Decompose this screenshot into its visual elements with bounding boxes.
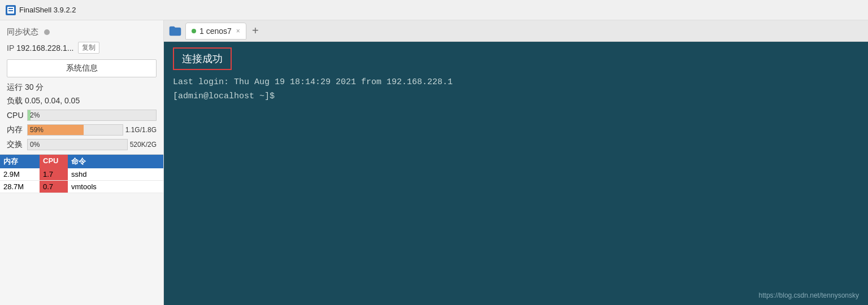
watermark: https://blog.csdn.net/tennysonsky [759,291,859,299]
tab-active-dot [192,29,196,33]
swap-bar-row: 交换 0% 520K/2G [0,137,163,152]
mem-bar-row: 内存 59% 1.1G/1.8G [0,123,163,137]
tab-close-button[interactable]: × [236,27,240,35]
proc-mem-2: 28.7M [0,181,40,193]
cpu-bar: 2% [27,110,157,121]
swap-detail: 520K/2G [130,141,157,149]
copy-button[interactable]: 复制 [78,42,99,54]
load-label: 负载 [7,96,23,105]
proc-cmd-2: vmtools [68,181,163,193]
tab-label: 1 cenos7 [199,27,232,36]
uptime-row: 运行 30 分 [0,81,163,94]
cpu-bar-row: CPU 2% [0,108,163,123]
app-title: FinalShell 3.9.2.2 [19,6,76,14]
proc-header-cpu: CPU [40,155,68,168]
table-row: 2.9M 1.7 sshd [0,168,163,181]
sync-label: 同步状态 [7,27,38,37]
svg-rect-1 [8,8,13,9]
process-table: 内存 CPU 命令 2.9M 1.7 sshd 28.7M 0.7 vmtool… [0,154,163,193]
connection-success-text: 连接成功 [182,53,223,64]
titlebar: FinalShell 3.9.2.2 [0,0,868,20]
mem-bar: 59% [27,124,123,136]
table-row: 28.7M 0.7 vmtools [0,181,163,193]
sidebar: 同步状态 IP 192.168.228.1... 复制 系统信息 运行 30 分… [0,20,164,305]
proc-cmd-1: sshd [68,168,163,180]
proc-cpu-2: 0.7 [40,181,68,193]
new-tab-button[interactable]: + [248,23,263,39]
mem-label: 内存 [7,125,27,135]
proc-table-header: 内存 CPU 命令 [0,155,163,168]
swap-label: 交换 [7,140,27,150]
mem-percent: 59% [30,126,44,134]
app-icon [6,5,16,15]
swap-percent: 0% [30,141,40,149]
proc-cpu-1: 1.7 [40,168,68,180]
sysinfo-button[interactable]: 系统信息 [7,59,157,77]
tabbar: 1 cenos7 × + [164,20,868,42]
load-value: 0.05, 0.04, 0.05 [25,96,80,105]
last-login-text: Last login: Thu Aug 19 18:14:29 2021 fro… [173,76,859,89]
load-row: 负载 0.05, 0.04, 0.05 [0,94,163,108]
cpu-percent: 2% [30,111,40,119]
proc-mem-1: 2.9M [0,168,40,180]
uptime-label: 运行 [7,82,23,91]
swap-bar: 0% [27,139,128,150]
ip-label: IP [7,43,14,53]
sync-status-row: 同步状态 [0,25,163,40]
folder-icon[interactable] [167,23,183,39]
svg-rect-2 [8,10,13,11]
proc-header-mem: 内存 [0,155,40,168]
uptime-value: 30 分 [25,82,44,91]
terminal-area: 1 cenos7 × + 连接成功 Last login: Thu Aug 19… [164,20,868,305]
sync-dot [44,29,50,35]
terminal-tab[interactable]: 1 cenos7 × [185,23,246,40]
connection-success-box: 连接成功 [173,47,232,70]
main-layout: 同步状态 IP 192.168.228.1... 复制 系统信息 运行 30 分… [0,20,868,305]
terminal-content[interactable]: 连接成功 Last login: Thu Aug 19 18:14:29 202… [164,42,868,305]
terminal-prompt: [admin@localhost ~]$ [173,91,859,101]
cpu-label: CPU [7,111,27,120]
ip-value: 192.168.228.1... [16,43,73,53]
mem-detail: 1.1G/1.8G [125,126,157,134]
ip-row: IP 192.168.228.1... 复制 [0,40,163,56]
proc-header-cmd: 命令 [68,155,163,168]
